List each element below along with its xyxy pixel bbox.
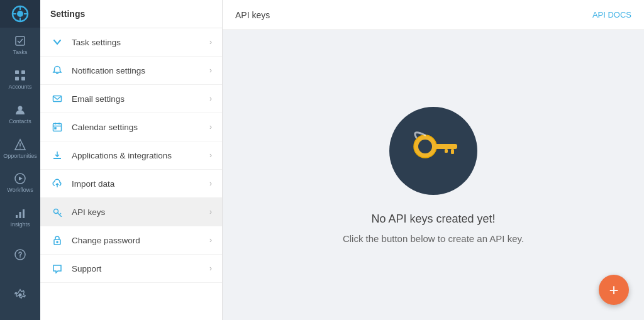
svg-point-35 [418, 140, 432, 153]
svg-point-14 [19, 147, 21, 148]
svg-rect-10 [21, 77, 25, 80]
nav-item-contacts[interactable]: Contacts [0, 97, 40, 131]
nav-item-accounts[interactable]: Accounts [0, 62, 40, 97]
nav-bottom [0, 234, 40, 320]
chevron-right-icon-4: › [209, 123, 212, 131]
chat-icon [50, 263, 64, 273]
sidebar-item-task-settings[interactable]: Task settings › [40, 28, 222, 57]
sidebar-item-notification-label: Notification settings [72, 66, 204, 75]
svg-rect-19 [23, 209, 25, 218]
key-icon [50, 207, 64, 217]
sidebar-item-import-data[interactable]: Import data › [40, 170, 222, 198]
svg-point-11 [18, 106, 23, 110]
nav-item-accounts-label: Accounts [8, 84, 31, 90]
chevron-down-icon [50, 37, 64, 47]
sidebar-item-support[interactable]: Support › [40, 255, 222, 283]
nav-item-contacts-label: Contacts [9, 119, 31, 124]
chevron-right-icon-7: › [209, 207, 212, 216]
chevron-right-icon: › [209, 38, 212, 47]
nav-item-settings[interactable] [0, 275, 40, 315]
main-content: API keys API DOCS No API keys created ye… [223, 0, 644, 320]
svg-line-31 [60, 213, 61, 214]
chevron-right-icon-2: › [209, 66, 212, 75]
svg-rect-17 [16, 215, 18, 218]
main-body: No API keys created yet! Click the butto… [223, 30, 644, 320]
nav-item-workflows-label: Workflows [7, 187, 33, 193]
svg-rect-6 [16, 36, 25, 45]
nav-item-insights-label: Insights [10, 222, 30, 228]
sidebar-item-email-label: Email settings [72, 94, 204, 104]
nav-bar: Tasks Accounts Contacts Opportunities W [0, 0, 40, 320]
svg-point-33 [57, 241, 58, 243]
svg-rect-28 [55, 128, 56, 129]
calendar-icon [50, 122, 64, 132]
svg-rect-18 [19, 212, 21, 218]
nav-item-insights[interactable]: Insights [0, 200, 40, 234]
chevron-right-icon-6: › [209, 179, 212, 188]
nav-item-help[interactable] [0, 234, 40, 275]
chevron-right-icon-8: › [209, 236, 212, 245]
sidebar-item-change-password-label: Change password [72, 236, 204, 245]
cloud-upload-icon [50, 179, 64, 189]
page-title: API keys [235, 10, 270, 20]
nav-item-opportunities[interactable]: Opportunities [0, 131, 40, 166]
sidebar-item-change-password[interactable]: Change password › [40, 226, 222, 255]
sidebar-item-applications-label: Applications & integrations [72, 151, 204, 160]
key-illustration [389, 107, 477, 195]
sidebar-item-notification-settings[interactable]: Notification settings › [40, 57, 222, 85]
nav-item-tasks[interactable]: Tasks [0, 28, 40, 62]
api-docs-link[interactable]: API DOCS [592, 10, 631, 19]
sidebar-item-calendar-settings[interactable]: Calendar settings › [40, 113, 222, 141]
svg-point-1 [17, 11, 23, 17]
svg-rect-36 [435, 144, 457, 149]
nav-logo [0, 0, 40, 28]
empty-subtitle: Click the button below to create an API … [343, 233, 524, 244]
sidebar-item-support-label: Support [72, 264, 204, 273]
nav-item-opportunities-label: Opportunities [3, 153, 37, 159]
svg-rect-38 [445, 149, 448, 153]
chevron-right-icon-5: › [209, 151, 212, 160]
svg-rect-9 [15, 77, 19, 80]
sidebar-item-task-settings-label: Task settings [72, 38, 204, 47]
svg-rect-37 [451, 149, 454, 154]
nav-item-workflows[interactable]: Workflows [0, 165, 40, 200]
sidebar-item-import-label: Import data [72, 179, 204, 189]
svg-point-29 [54, 209, 58, 214]
lock-icon [50, 235, 64, 245]
sidebar-item-api-keys[interactable]: API keys › [40, 198, 222, 226]
svg-rect-7 [15, 70, 19, 74]
sidebar-item-api-keys-label: API keys [72, 207, 204, 217]
sidebar-item-applications[interactable]: Applications & integrations › [40, 141, 222, 170]
svg-point-21 [19, 257, 21, 258]
main-header: API keys API DOCS [223, 0, 644, 30]
svg-rect-8 [21, 70, 25, 74]
svg-marker-16 [19, 177, 23, 180]
settings-sidebar: Settings Task settings › Notification se… [40, 0, 223, 320]
create-api-key-button[interactable]: + [599, 275, 629, 305]
envelope-icon [50, 94, 64, 104]
chevron-right-icon-9: › [209, 264, 212, 273]
empty-title: No API keys created yet! [371, 212, 495, 226]
chevron-right-icon-3: › [209, 94, 212, 103]
bell-icon [50, 65, 64, 75]
sidebar-item-calendar-label: Calendar settings [72, 123, 204, 132]
download-icon [50, 150, 64, 160]
sidebar-item-email-settings[interactable]: Email settings › [40, 85, 222, 113]
nav-item-tasks-label: Tasks [13, 50, 27, 55]
sidebar-header: Settings [40, 0, 222, 28]
